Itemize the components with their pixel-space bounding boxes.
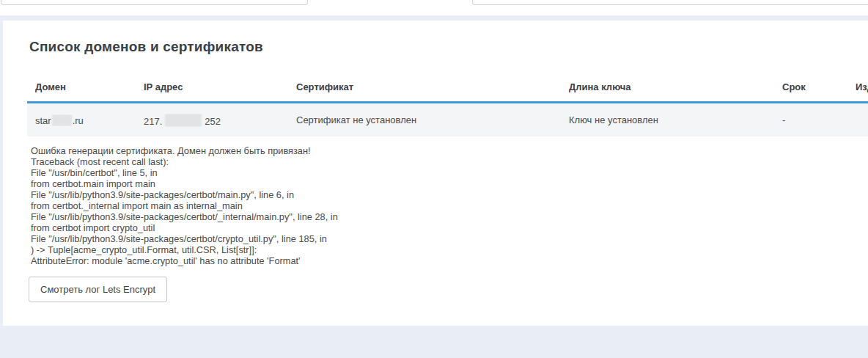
ip-prefix: 217. [144,116,162,127]
traceback-line: File "/usr/bin/certbot", line 5, in [31,167,868,178]
certificate-error-traceback: Ошибка генерации сертификата. Домен долж… [31,145,868,266]
cell-domain: star.ru [27,114,136,126]
page-title: Список доменов и сертификатов [29,39,868,55]
cell-ip: 217.252 [136,114,288,127]
domain-prefix: star [35,115,51,126]
column-header-key-length: Длина ключа [561,71,774,101]
top-input-left[interactable] [1,0,308,5]
column-header-domain: Домен [27,71,136,101]
traceback-line: Ошибка генерации сертификата. Домен долж… [31,145,868,156]
view-lets-encrypt-log-button[interactable]: Смотреть лог Lets Encrypt [29,277,167,302]
table-header-row: Домен IP адрес Сертификат Длина ключа Ср… [27,71,868,103]
top-input-right[interactable] [472,0,868,5]
column-header-term: Срок [774,71,847,101]
redacted-ip-blur [165,114,202,127]
domain-suffix: .ru [73,115,84,126]
traceback-line: ) -> Tuple[acme_crypto_util.Format, util… [31,244,868,255]
domains-certificates-panel: Список доменов и сертификатов Домен IP а… [3,21,868,326]
domains-table: Домен IP адрес Сертификат Длина ключа Ср… [27,71,868,136]
redacted-domain-blur [52,114,72,126]
traceback-line: from certbot import crypto_util [31,222,868,233]
traceback-line: from certbot._internal import main as in… [31,200,868,211]
traceback-line: from certbot.main import main [31,178,868,189]
column-header-ip: IP адрес [136,71,288,101]
traceback-line: File "/usr/lib/python3.9/site-packages/c… [31,189,868,200]
table-row[interactable]: star.ru 217.252 Сертификат не установлен… [27,103,868,136]
column-header-issuer: Изд [847,71,868,101]
top-toolbar [0,0,868,15]
traceback-line: File "/usr/lib/python3.9/site-packages/c… [31,211,868,222]
traceback-line: Traceback (most recent call last): [31,156,868,167]
cell-term: - [774,114,847,125]
traceback-line: File "/usr/lib/python3.9/site-packages/c… [31,233,868,244]
ip-suffix: 252 [205,116,221,127]
column-header-certificate: Сертификат [288,71,561,101]
cell-key-length: Ключ не установлен [561,114,774,125]
traceback-line: AttributeError: module 'acme.crypto_util… [31,255,868,266]
cell-certificate: Сертификат не установлен [288,114,561,125]
